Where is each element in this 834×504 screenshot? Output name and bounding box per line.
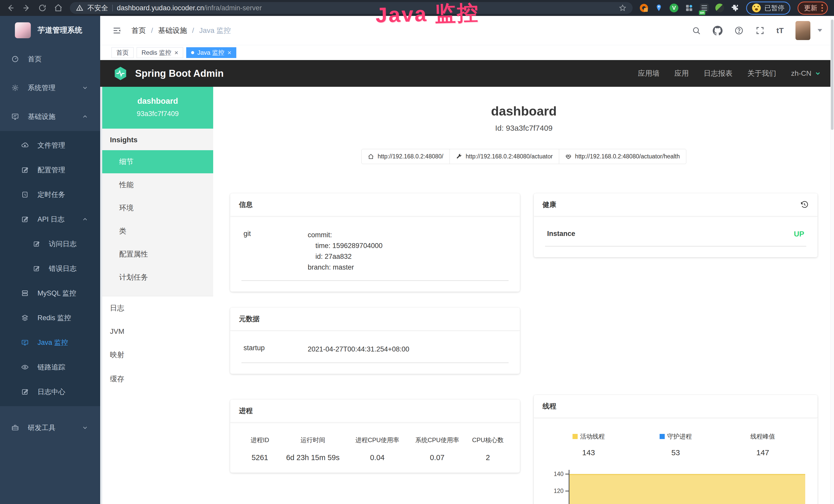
sba-nav-journal[interactable]: 日志报表	[704, 69, 732, 78]
instance-title: dashboard	[230, 104, 817, 119]
sidebar-item-jobs[interactable]: 定时任务	[0, 182, 100, 207]
extension-icon-grid[interactable]	[685, 4, 693, 12]
help-icon[interactable]	[734, 26, 744, 35]
tab-redis[interactable]: Redis 监控	[137, 47, 183, 58]
browser-update-button[interactable]: 更新	[797, 2, 828, 15]
sba-brand[interactable]: Spring Boot Admin	[113, 66, 224, 81]
sidebar-item-java[interactable]: Java 监控	[0, 330, 100, 355]
sidebar-item-files[interactable]: 文件管理	[0, 133, 100, 158]
process-cpu: 0.04	[347, 453, 407, 462]
extension-icon-vue[interactable]: V	[670, 4, 678, 12]
service-url-button[interactable]: http://192.168.0.2:48080/	[361, 149, 450, 164]
sidebar-item-error-log[interactable]: 错误日志	[0, 256, 100, 281]
metadata-card: 元数据 startup 2021-04-27T00:44:31.254+08:0…	[230, 307, 520, 374]
sidebar-item-infra[interactable]: 基础设施	[0, 102, 100, 131]
sba-locale-select[interactable]: zh-CN	[791, 69, 821, 77]
breadcrumb-home[interactable]: 首页	[132, 26, 146, 36]
health-row-label: Instance	[547, 230, 611, 238]
extension-puzzle-icon[interactable]	[731, 4, 739, 12]
extension-icon-leaf[interactable]	[715, 4, 724, 12]
sidebar-item-api-log[interactable]: API 日志	[0, 207, 100, 232]
git-commit-lines: commit: time: 1596289704000 id: 27aa832 …	[308, 230, 382, 273]
browser-menu-icon[interactable]	[821, 4, 823, 12]
sba-logo-icon	[113, 66, 128, 81]
health-url-button[interactable]: http://192.168.0.2:48080/actuator/health	[559, 149, 686, 164]
wrench-icon	[456, 154, 462, 160]
tab-close-icon[interactable]	[174, 49, 178, 56]
extension-icon-ring[interactable]	[640, 4, 648, 12]
paused-label: 已暂停	[764, 4, 785, 13]
sba-nav-wallboard[interactable]: 应用墙	[638, 69, 660, 78]
sba-item-caches[interactable]: 缓存	[102, 367, 213, 391]
user-avatar[interactable]	[795, 21, 810, 40]
sba-nav-about[interactable]: 关于我们	[747, 69, 776, 78]
sidebar-item-home[interactable]: 首页	[0, 45, 100, 73]
sba-instance-block[interactable]: dashboard 93a3fc7f7409	[102, 87, 213, 129]
sba-item-classes[interactable]: 类	[102, 220, 213, 243]
sba-item-metrics[interactable]: 性能	[102, 173, 213, 197]
metadata-card-title: 元数据	[230, 307, 520, 331]
sba-item-scheduled[interactable]: 计划任务	[102, 266, 213, 289]
search-icon[interactable]	[692, 26, 701, 35]
font-size-icon[interactable]: tT	[776, 26, 784, 35]
scrollbar-thumb[interactable]	[831, 20, 833, 130]
process-uptime: 6d 23h 15m 59s	[278, 453, 347, 462]
info-card-title: 信息	[230, 193, 520, 216]
sba-item-configprops[interactable]: 配置属性	[102, 243, 213, 266]
sba-nav-applications[interactable]: 应用	[675, 69, 689, 78]
system-cpu: 0.07	[408, 453, 467, 462]
sidebar-logo[interactable]: 芋道管理系统	[0, 16, 100, 45]
breadcrumb: 首页 基础设施 Java 监控	[132, 26, 231, 36]
breadcrumb-infra[interactable]: 基础设施	[158, 26, 187, 36]
bookmark-star-icon[interactable]	[619, 4, 627, 12]
sba-item-mappings[interactable]: 映射	[102, 343, 213, 367]
threads-chart: 140 120 100	[545, 470, 806, 504]
reload-icon[interactable]	[38, 4, 47, 12]
actuator-url-button[interactable]: http://192.168.0.2:48080/actuator	[449, 149, 559, 164]
sidebar-item-trace[interactable]: 链路追踪	[0, 355, 100, 380]
sidebar-item-access-log[interactable]: 访问日志	[0, 232, 100, 256]
github-icon[interactable]	[713, 26, 723, 36]
sidebar-item-mysql[interactable]: MySQL 监控	[0, 281, 100, 305]
address-bar[interactable]: 不安全 dashboard.yudao.iocoder.cn/infra/adm…	[70, 2, 633, 14]
history-icon[interactable]	[800, 200, 809, 209]
extension-icon-pin[interactable]	[655, 4, 663, 12]
sidebar-item-system[interactable]: 系统管理	[0, 73, 100, 102]
health-card-body: Instance UP	[534, 216, 817, 257]
sba-item-jvm[interactable]: JVM	[102, 320, 213, 343]
hamburger-icon[interactable]	[112, 26, 122, 36]
breadcrumb-separator	[192, 26, 194, 35]
back-icon[interactable]	[6, 4, 15, 12]
fullscreen-icon[interactable]	[755, 26, 765, 35]
health-row-instance: Instance UP	[545, 230, 806, 247]
sidebar-item-redis[interactable]: Redis 监控	[0, 305, 100, 330]
forward-icon[interactable]	[22, 4, 31, 12]
url-text: dashboard.yudao.iocoder.cn/infra/admin-s…	[117, 4, 262, 12]
app-shell: 芋道管理系统 首页 系统管理 基础设施 文件管理	[0, 16, 834, 504]
sba-app-name: dashboard	[105, 96, 211, 106]
sidebar-item-config[interactable]: 配置管理	[0, 158, 100, 182]
profile-paused-pill[interactable]: 已暂停	[746, 2, 790, 15]
edit-icon	[21, 166, 29, 174]
extension-icon-switch[interactable]: on	[700, 4, 709, 12]
home-icon	[368, 154, 374, 160]
threads-legend: 活动线程 143 守护进程 53 线程峰值	[545, 432, 806, 457]
instance-links: http://192.168.0.2:48080/ http://192.168…	[230, 149, 817, 164]
scrollbar-track	[830, 16, 834, 504]
sba-item-environment[interactable]: 环境	[102, 197, 213, 220]
caret-down-icon[interactable]	[817, 29, 822, 32]
tab-java[interactable]: Java 监控	[186, 47, 236, 58]
tab-close-icon[interactable]	[227, 49, 232, 56]
sba-insights-group: 细节 性能 环境 类 配置属性 计划任务	[102, 150, 213, 296]
sba-item-logs[interactable]: 日志	[102, 296, 213, 320]
home-icon[interactable]	[54, 4, 63, 12]
health-card-header: 健康	[534, 193, 817, 216]
sba-navbar: Spring Boot Admin 应用墙 应用 日志报表 关于我们 zh-CN	[100, 60, 834, 87]
server-icon	[21, 289, 29, 297]
sidebar-item-log-center[interactable]: 日志中心	[0, 380, 100, 404]
legend-daemon-threads: 守护进程 53	[632, 432, 719, 457]
sidebar-item-devtools[interactable]: 研发工具	[0, 413, 100, 442]
gear-icon	[11, 84, 19, 92]
tab-home[interactable]: 首页	[111, 47, 134, 58]
sba-item-details[interactable]: 细节	[102, 150, 213, 173]
